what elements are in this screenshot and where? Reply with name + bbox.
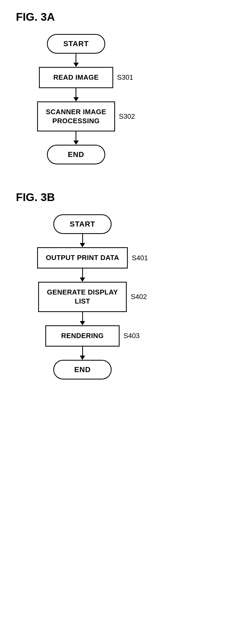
- node-row-s302: SCANNER IMAGE PROCESSING S302: [37, 101, 115, 132]
- end-node-3b: END: [53, 360, 112, 379]
- s403-label: S403: [124, 332, 140, 340]
- arrow-head: [80, 321, 85, 325]
- arrow-3a-1: [73, 54, 79, 67]
- arrow-3b-3: [80, 312, 85, 325]
- figure-3b: FIG. 3B START OUTPUT PRINT DATA S401: [16, 191, 230, 379]
- flowchart-3b: START OUTPUT PRINT DATA S401: [37, 214, 230, 379]
- s401-node: OUTPUT PRINT DATA: [37, 247, 128, 268]
- s402-node: GENERATE DISPLAY LIST: [38, 282, 127, 312]
- arrow-line: [76, 131, 76, 140]
- arrow-head: [73, 140, 79, 145]
- flowchart-3a: START READ IMAGE S301: [37, 34, 230, 164]
- start-node-3b: START: [53, 214, 112, 234]
- arrow-head: [80, 243, 85, 247]
- arrow-head: [80, 356, 85, 360]
- figure-3a-title: FIG. 3A: [16, 11, 230, 23]
- arrow-3b-2: [80, 268, 85, 282]
- arrow-head: [73, 63, 79, 67]
- node-row-s403: RENDERING S403: [45, 325, 120, 347]
- arrow-line: [82, 312, 83, 321]
- figure-3b-title: FIG. 3B: [16, 191, 230, 204]
- arrow-3a-3: [73, 131, 79, 145]
- s401-label: S401: [132, 254, 148, 262]
- arrow-line: [76, 88, 76, 97]
- s301-label: S301: [117, 73, 133, 82]
- page: FIG. 3A START READ IMAGE S301: [0, 0, 246, 417]
- s403-node: RENDERING: [45, 325, 120, 347]
- arrow-line: [76, 54, 76, 63]
- start-node-3a: START: [47, 34, 105, 54]
- node-row-end-3a: END: [47, 145, 105, 164]
- figure-3a: FIG. 3A START READ IMAGE S301: [16, 11, 230, 164]
- arrow-head: [80, 278, 85, 282]
- arrow-line: [82, 234, 83, 243]
- arrow-3b-1: [80, 234, 85, 247]
- flowchart-3a-inner: START READ IMAGE S301: [37, 34, 115, 164]
- s301-node: READ IMAGE: [39, 67, 113, 88]
- s402-label: S402: [131, 293, 147, 301]
- s302-label: S302: [119, 112, 135, 121]
- s302-node: SCANNER IMAGE PROCESSING: [37, 101, 115, 132]
- arrow-line: [82, 347, 83, 356]
- node-row-start-3b: START: [53, 214, 112, 234]
- flowchart-3b-inner: START OUTPUT PRINT DATA S401: [37, 214, 128, 379]
- end-node-3a: END: [47, 145, 105, 164]
- node-row-end-3b: END: [53, 360, 112, 379]
- arrow-head: [73, 97, 79, 101]
- arrow-3b-4: [80, 347, 85, 360]
- node-row-s301: READ IMAGE S301: [39, 67, 113, 88]
- node-row-start-3a: START: [47, 34, 105, 54]
- node-row-s402: GENERATE DISPLAY LIST S402: [38, 282, 127, 312]
- node-row-s401: OUTPUT PRINT DATA S401: [37, 247, 128, 268]
- arrow-line: [82, 268, 83, 278]
- arrow-3a-2: [73, 88, 79, 101]
